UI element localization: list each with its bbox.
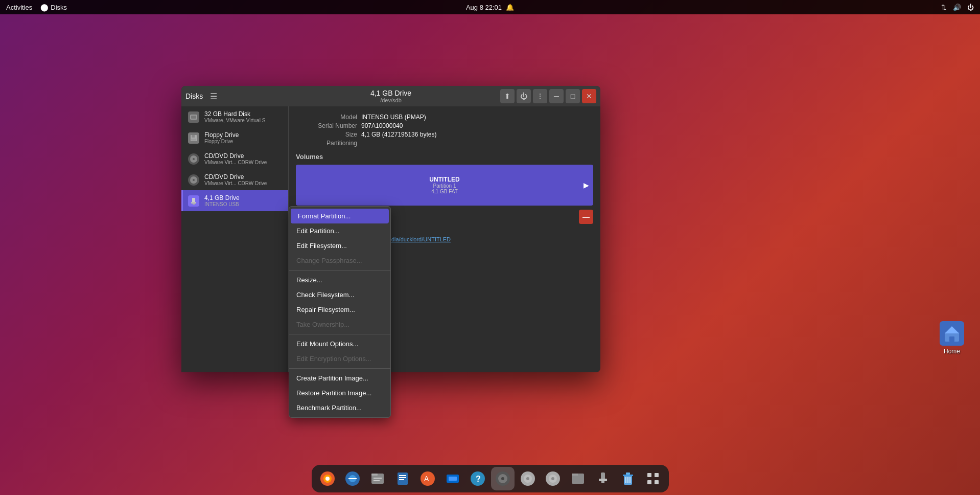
menu-separator-2 <box>289 334 390 334</box>
svg-point-17 <box>325 477 330 481</box>
dock-item-cdrom2[interactable] <box>541 467 565 490</box>
svg-rect-47 <box>601 481 604 483</box>
dock-item-thunderbird[interactable] <box>341 467 364 490</box>
svg-rect-25 <box>399 475 406 476</box>
model-value: INTENSO USB (PMAP) <box>361 114 593 121</box>
home-icon <box>940 321 964 346</box>
sidebar-item-4gb-drive[interactable]: 4,1 GB Drive INTENSO USB <box>181 190 288 211</box>
sidebar-item-32gb-hard-disk[interactable]: 32 GB Hard Disk VMware, VMware Virtual S <box>181 106 288 127</box>
close-button[interactable]: ✕ <box>582 89 596 103</box>
context-menu: Format Partition... Edit Partition... Ed… <box>289 206 391 418</box>
svg-rect-57 <box>655 480 659 484</box>
network-icon[interactable]: ⇅ <box>941 4 947 11</box>
disks-icon: ⬤ <box>40 3 49 11</box>
dock-inner: A ? <box>312 465 669 492</box>
mount-path-link[interactable]: /media/ducklord/UNTITLED <box>382 236 451 242</box>
menu-item-take-ownership[interactable]: Take Ownership... <box>289 317 390 332</box>
menu-item-check-filesystem[interactable]: Check Filesystem... <box>289 287 390 302</box>
menu-separator-3 <box>289 368 390 369</box>
window-title-area: 4,1 GB Drive /dev/sdb <box>370 89 411 103</box>
menu-item-edit-partition[interactable]: Edit Partition... <box>289 223 390 238</box>
svg-point-9 <box>193 158 195 160</box>
cdvd-icon-1 <box>188 153 199 165</box>
dock-item-software[interactable]: A <box>416 467 439 490</box>
svg-rect-4 <box>191 116 196 119</box>
power-off-button[interactable]: ⏻ <box>517 89 531 103</box>
svg-rect-31 <box>449 477 457 481</box>
sidebar-text-32gb: 32 GB Hard Disk VMware, VMware Virtual S <box>204 110 283 123</box>
dock-item-writer[interactable] <box>391 467 414 490</box>
dock-item-filemanager[interactable] <box>566 467 590 490</box>
topbar-left: Activities ⬤ Disks <box>6 3 67 11</box>
dock-item-usb[interactable] <box>591 467 615 490</box>
sidebar-text-4gb: 4,1 GB Drive INTENSO USB <box>204 194 283 207</box>
partitioning-label: Partitioning <box>296 140 357 147</box>
dock-item-files[interactable] <box>366 467 389 490</box>
window-controls: ⬆ ⏻ ⋮ ─ □ ✕ <box>500 89 596 103</box>
size-label: Size <box>296 131 357 138</box>
menu-item-create-partition-image[interactable]: Create Partition Image... <box>289 371 390 386</box>
sidebar-item-cdvd-2[interactable]: CD/DVD Drive VMware Virt... CDRW Drive <box>181 169 288 190</box>
sidebar-item-cdvd-1[interactable]: CD/DVD Drive VMware Virt... CDRW Drive <box>181 148 288 169</box>
menu-item-edit-mount-options[interactable]: Edit Mount Options... <box>289 336 390 351</box>
hamburger-menu-button[interactable]: ☰ <box>207 89 220 103</box>
home-desktop-icon[interactable]: Home <box>934 321 970 355</box>
partition-sub1: Partition 1 <box>433 183 456 189</box>
device-value <box>366 243 593 250</box>
svg-rect-6 <box>192 135 195 138</box>
svg-rect-56 <box>647 480 651 484</box>
clock: Aug 8 22:01 <box>466 4 502 11</box>
drive-info-grid: Model INTENSO USB (PMAP) Serial Number 9… <box>296 114 593 147</box>
dock-item-help[interactable]: ? <box>466 467 489 490</box>
svg-rect-24 <box>398 472 408 485</box>
minimize-button[interactable]: ─ <box>549 89 564 103</box>
cdvd-icon-2 <box>188 174 199 186</box>
unmount-button[interactable]: — <box>579 210 593 224</box>
dock-item-firefox[interactable] <box>316 467 339 490</box>
volume-icon[interactable]: 🔊 <box>953 4 961 11</box>
svg-rect-21 <box>371 474 378 476</box>
volume-bar[interactable]: UNTITLED Partition 1 4,1 GB FAT ▶ <box>296 165 593 206</box>
menu-item-edit-encryption-options[interactable]: Edit Encryption Options... <box>289 351 390 366</box>
svg-rect-22 <box>374 478 382 479</box>
serial-label: Serial Number <box>296 122 357 129</box>
window-title: 4,1 GB Drive <box>370 89 411 97</box>
sidebar-item-floppy-drive[interactable]: Floppy Drive Floppy Drive <box>181 127 288 148</box>
menu-item-restore-partition-image[interactable]: Restore Partition Image... <box>289 386 390 400</box>
svg-text:A: A <box>424 475 429 483</box>
volumes-section-title: Volumes <box>296 153 593 161</box>
bell-icon[interactable]: 🔔 <box>506 4 514 11</box>
svg-point-39 <box>526 477 529 480</box>
dock-item-virtualbox[interactable] <box>441 467 464 490</box>
svg-rect-50 <box>626 472 630 475</box>
window-body: 32 GB Hard Disk VMware, VMware Virtual S… <box>181 106 600 372</box>
size-value: 4,1 GB (4127195136 bytes) <box>361 131 593 138</box>
serial-value: 907A10000040 <box>361 122 593 129</box>
maximize-button[interactable]: □ <box>566 89 580 103</box>
topbar-center: Aug 8 22:01 🔔 <box>466 4 514 11</box>
more-options-button[interactable]: ⋮ <box>533 89 547 103</box>
menu-separator-1 <box>289 270 390 271</box>
dock: A ? <box>0 464 980 495</box>
window-subtitle: /dev/sdb <box>370 97 411 103</box>
dock-item-disks[interactable] <box>491 467 515 490</box>
dock-item-trash[interactable] <box>616 467 640 490</box>
model-label: Model <box>296 114 357 121</box>
menu-item-format-partition[interactable]: Format Partition... <box>291 209 389 223</box>
contents-value: ted at /media/ducklord/UNTITLED <box>366 236 593 242</box>
menu-item-resize[interactable]: Resize... <box>289 273 390 287</box>
hard-disk-icon <box>188 111 199 123</box>
power-icon[interactable]: ⏻ <box>967 4 974 11</box>
svg-point-42 <box>551 477 554 480</box>
menu-item-edit-filesystem[interactable]: Edit Filesystem... <box>289 238 390 253</box>
menu-item-benchmark-partition[interactable]: Benchmark Partition... <box>289 400 390 415</box>
menu-item-repair-filesystem[interactable]: Repair Filesystem... <box>289 302 390 317</box>
usb-drive-icon <box>188 195 199 207</box>
dock-item-cdrom1[interactable] <box>516 467 540 490</box>
drive-attach-button[interactable]: ⬆ <box>500 89 515 103</box>
activities-button[interactable]: Activities <box>6 4 32 11</box>
partition-type-value <box>366 258 593 264</box>
dock-item-apps[interactable] <box>641 467 665 490</box>
menu-item-change-passphrase[interactable]: Change Passphrase... <box>289 253 390 268</box>
sidebar-text-cdvd-1: CD/DVD Drive VMware Virt... CDRW Drive <box>204 152 283 165</box>
